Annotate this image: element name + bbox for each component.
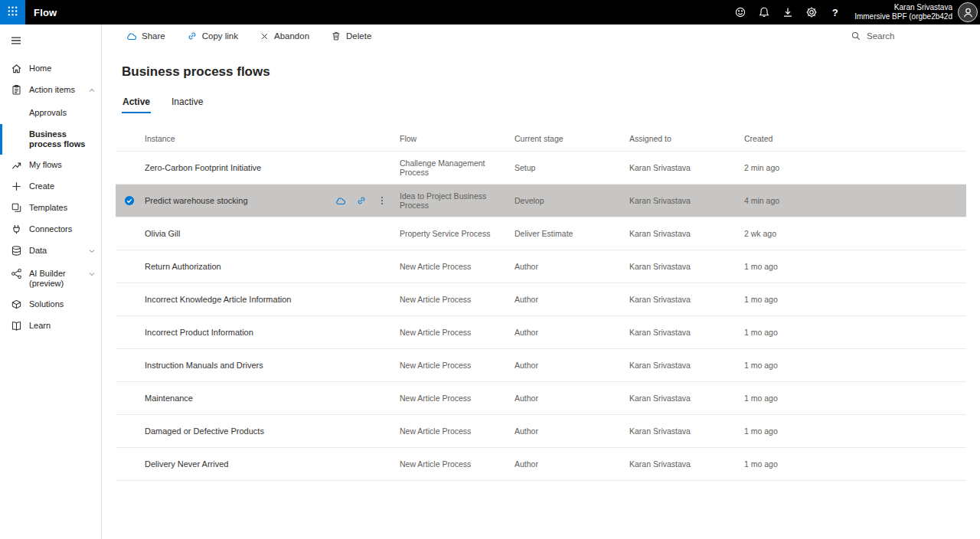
- row-copy-link-icon[interactable]: [356, 195, 367, 206]
- instance-name[interactable]: Zero-Carbon Footprint Initiative: [145, 163, 261, 172]
- assigned-to: Karan Srivastava: [629, 394, 744, 403]
- table-row[interactable]: Zero-Carbon Footprint Initiative Challen…: [116, 152, 966, 185]
- sidebar-item-templates[interactable]: Templates: [0, 198, 101, 219]
- instance-name[interactable]: Instruction Manuals and Drivers: [145, 361, 263, 370]
- copy-link-icon: [187, 31, 198, 41]
- created-date: 4 min ago: [744, 196, 966, 205]
- delete-trash-icon: [331, 31, 341, 41]
- sidebar-item-learn[interactable]: Learn: [0, 315, 101, 337]
- main-content: Business process flows Active Inactive I…: [102, 47, 980, 539]
- current-stage: Author: [514, 394, 629, 403]
- sidebar: Home Action items Approvals Business pro…: [0, 24, 102, 539]
- row-share-cloud-icon[interactable]: [335, 195, 346, 207]
- selected-check-icon: [124, 195, 135, 206]
- sidebar-item-create[interactable]: Create: [0, 176, 101, 198]
- assigned-to: Karan Srivastava: [629, 361, 744, 370]
- instance-name[interactable]: Damaged or Defective Products: [145, 426, 264, 436]
- learn-icon: [10, 320, 22, 332]
- col-created[interactable]: Created: [744, 134, 966, 143]
- sidebar-item-connectors[interactable]: Connectors: [0, 219, 101, 240]
- row-more-options-icon[interactable]: [377, 195, 387, 206]
- delete-label: Delete: [346, 31, 371, 41]
- instance-name[interactable]: Return Authorization: [145, 262, 221, 271]
- instance-name[interactable]: Incorrect Knowledge Article Information: [145, 295, 291, 304]
- sidebar-item-action-items[interactable]: Action items: [0, 80, 101, 103]
- table-row[interactable]: Incorrect Product Information New Articl…: [116, 316, 966, 349]
- settings-gear-button[interactable]: [799, 0, 823, 24]
- share-button[interactable]: Share: [124, 28, 167, 45]
- delete-button[interactable]: Delete: [329, 28, 373, 44]
- help-button[interactable]: ?: [823, 0, 847, 24]
- created-date: 1 mo ago: [744, 262, 966, 271]
- table-row[interactable]: Incorrect Knowledge Article Information …: [116, 283, 966, 316]
- instance-name[interactable]: Incorrect Product Information: [145, 328, 253, 337]
- col-instance[interactable]: Instance: [116, 134, 400, 143]
- hamburger-menu-button[interactable]: [5, 29, 28, 52]
- sidebar-item-solutions[interactable]: Solutions: [0, 294, 101, 315]
- created-date: 1 mo ago: [744, 394, 966, 403]
- table-row[interactable]: Return Authorization New Article Process…: [116, 250, 966, 283]
- sidebar-item-data[interactable]: Data: [0, 240, 101, 263]
- row-actions: [335, 195, 387, 207]
- command-bar: Share Copy link Abandon Delete: [102, 24, 980, 47]
- notifications-bell-button[interactable]: [752, 0, 776, 24]
- current-stage: Author: [514, 459, 629, 469]
- flow-name: New Article Process: [400, 262, 514, 271]
- assigned-to: Karan Srivastava: [629, 262, 744, 271]
- my-flows-icon: [10, 159, 22, 171]
- table-row[interactable]: Instruction Manuals and Drivers New Arti…: [116, 349, 966, 382]
- col-current-stage[interactable]: Current stage: [514, 134, 629, 143]
- flow-name: Idea to Project Business Process: [400, 191, 514, 210]
- tab-active[interactable]: Active: [122, 96, 151, 113]
- app-launcher-button[interactable]: [0, 0, 25, 24]
- current-stage: Deliver Estimate: [514, 229, 629, 238]
- sidebar-item-label: Connectors: [29, 224, 96, 234]
- current-stage: Author: [514, 295, 629, 304]
- instance-name[interactable]: Delivery Never Arrived: [145, 459, 228, 469]
- copy-link-button[interactable]: Copy link: [185, 28, 240, 44]
- assigned-to: Karan Srivastava: [629, 328, 744, 337]
- ai-builder-icon: [10, 268, 22, 279]
- created-date: 2 min ago: [744, 163, 966, 172]
- abandon-button[interactable]: Abandon: [258, 28, 311, 44]
- sidebar-item-business-process-flows[interactable]: Business process flows: [0, 124, 101, 155]
- download-button[interactable]: [776, 0, 799, 24]
- table-row[interactable]: Damaged or Defective Products New Articl…: [116, 415, 966, 448]
- avatar[interactable]: [958, 2, 978, 22]
- search-box[interactable]: [851, 31, 936, 41]
- sidebar-item-label: Business process flows: [29, 129, 96, 149]
- sidebar-item-my-flows[interactable]: My flows: [0, 155, 101, 176]
- table-row[interactable]: Olivia Gill Property Service Process Del…: [116, 217, 966, 250]
- instance-name[interactable]: Maintenance: [145, 394, 193, 403]
- app-title: Flow: [34, 7, 57, 18]
- instance-name[interactable]: Predict warehouse stocking: [145, 196, 248, 205]
- chevron-up-icon: [87, 86, 96, 97]
- flow-name: New Article Process: [400, 426, 514, 436]
- user-org: Immersive BPF (orgbe2b42d: [854, 12, 952, 22]
- table-row[interactable]: Delivery Never Arrived New Article Proce…: [116, 448, 966, 481]
- col-assigned-to[interactable]: Assigned to: [629, 134, 744, 143]
- sidebar-item-label: Templates: [29, 203, 96, 213]
- abandon-x-icon: [260, 31, 270, 41]
- chevron-down-icon: [87, 247, 96, 258]
- sidebar-item-ai-builder[interactable]: AI Builder (preview): [0, 263, 101, 294]
- share-label: Share: [142, 31, 165, 41]
- search-icon: [851, 31, 861, 41]
- current-stage: Develop: [514, 196, 629, 205]
- assigned-to: Karan Srivastava: [629, 163, 744, 172]
- sidebar-item-approvals[interactable]: Approvals: [0, 103, 101, 124]
- table-header: Instance Flow Current stage Assigned to …: [116, 126, 966, 152]
- current-stage: Author: [514, 262, 629, 271]
- tab-inactive[interactable]: Inactive: [171, 96, 204, 113]
- table-row[interactable]: Predict warehouse stocking Idea to Proje…: [116, 185, 966, 217]
- instance-name[interactable]: Olivia Gill: [145, 229, 180, 238]
- search-input[interactable]: [867, 31, 936, 41]
- user-name: Karan Srivastava: [854, 3, 952, 13]
- sidebar-item-home[interactable]: Home: [0, 58, 101, 80]
- flow-name: Property Service Process: [400, 229, 514, 238]
- table-row[interactable]: Maintenance New Article Process Author K…: [116, 382, 966, 415]
- share-cloud-icon: [126, 31, 137, 42]
- flow-name: New Article Process: [400, 361, 514, 370]
- feedback-smiley-button[interactable]: [728, 0, 752, 24]
- col-flow[interactable]: Flow: [400, 134, 514, 143]
